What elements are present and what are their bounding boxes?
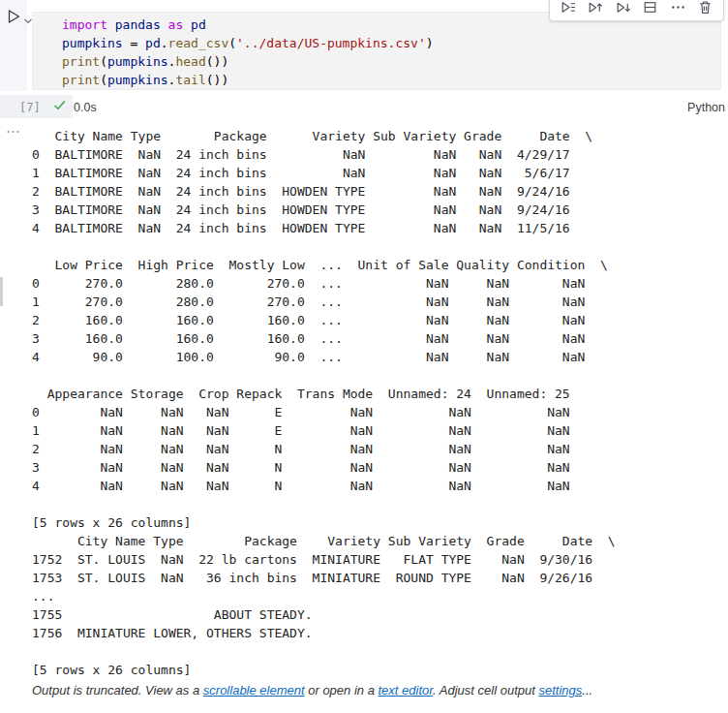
run-by-line-icon[interactable] [559, 0, 576, 16]
run-cell-button[interactable] [4, 8, 23, 27]
split-cell-icon[interactable] [642, 0, 659, 16]
truncation-notice-text: ... [582, 683, 592, 698]
output-truncation-notice: Output is truncated. View as a scrollabl… [32, 683, 592, 698]
cell-toolbar [549, 0, 724, 21]
cell-output-text: City Name Type Package Variety Sub Varie… [32, 127, 616, 679]
left-scrollbar-thumb[interactable] [0, 277, 3, 306]
code-line[interactable]: print(pumpkins.tail()) [62, 71, 434, 89]
code-line[interactable]: pumpkins = pd.read_csv('../data/US-pumpk… [62, 34, 434, 52]
execution-duration: 0.0s [74, 101, 97, 114]
execute-cell-and-below-icon[interactable] [614, 0, 631, 16]
truncation-notice-text: or open in a [305, 683, 379, 698]
truncation-notice-text: . Adjust cell output [433, 683, 538, 698]
code-line[interactable]: print(pumpkins.head()) [62, 52, 434, 71]
truncation-notice-link[interactable]: settings [538, 683, 582, 698]
output-menu-icon[interactable] [6, 122, 23, 136]
code-area[interactable]: import pandas as pdpumpkins = pd.read_cs… [62, 16, 434, 89]
truncation-notice-link[interactable]: scrollable element [203, 683, 305, 698]
play-icon [5, 8, 22, 25]
truncation-notice-text: Output is truncated. View as a [32, 683, 203, 698]
truncation-notice-link[interactable]: text editor [378, 683, 433, 698]
code-line[interactable]: import pandas as pd [62, 16, 434, 34]
code-editor[interactable]: import pandas as pdpumpkins = pd.read_cs… [32, 12, 721, 90]
execute-above-cells-icon[interactable] [587, 0, 604, 16]
delete-cell-icon[interactable] [697, 0, 714, 16]
success-check-icon [52, 98, 67, 112]
more-actions-icon[interactable] [669, 0, 686, 16]
language-indicator[interactable]: Python [687, 101, 725, 114]
execution-count: [7] [19, 101, 41, 114]
